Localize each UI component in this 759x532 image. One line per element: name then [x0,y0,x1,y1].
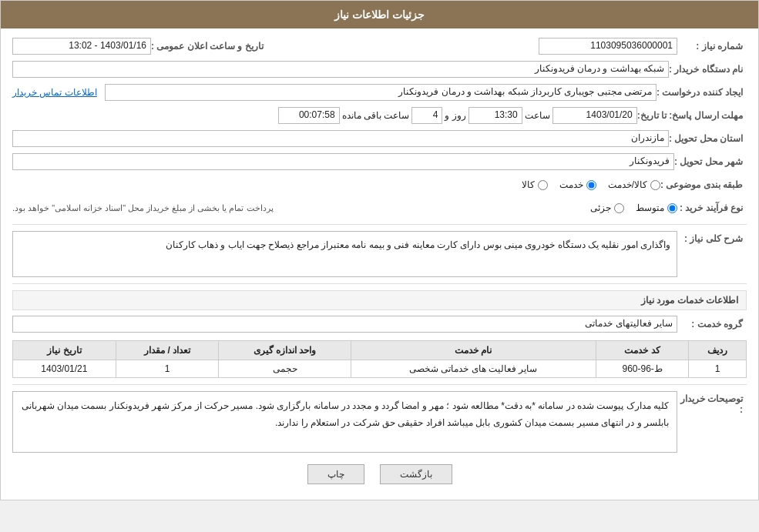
radio-kala-khadamat-input[interactable] [650,180,660,190]
tabaqe-label: طبقه بندی موضوعی : [660,179,747,190]
col-tarikh: تاریخ نیاز [13,341,116,360]
ostan-value: مازندران [12,130,669,147]
row-tabaqe: طبقه بندی موضوعی : کالا/خدمت خدمت کالا [12,175,747,195]
roz-label: روز و [442,110,468,121]
radio-jozii: جزئی [590,202,624,213]
table-row: 1ط-96-960سایر فعالیت های خدماتی شخصیحجمی… [13,360,747,378]
page-header: جزئیات اطلاعات نیاز [1,1,758,28]
shomare-label: شماره نیاز : [677,41,747,52]
services-table-container: ردیف کد خدمت نام خدمت واحد اندازه گیری ت… [12,340,747,378]
buttons-row: بازگشت چاپ [12,464,747,484]
cell-nam: سایر فعالیت های خدماتی شخصی [351,360,596,378]
namdastgah-label: نام دستگاه خریدار : [669,64,747,75]
radio-kala: کالا [522,179,548,190]
radio-motavasset-input[interactable] [667,203,677,213]
radio-khadamat-label: خدمت [559,179,583,190]
mohlat-remain: 00:07:58 [278,107,340,124]
tarikh-public-value: 1403/01/16 - 13:02 [12,38,151,55]
back-button[interactable]: بازگشت [380,464,452,484]
print-button[interactable]: چاپ [307,464,364,484]
radio-kala-input[interactable] [538,180,548,190]
ijadkonande-label: ایجاد کننده درخواست : [657,87,747,98]
radio-jozii-input[interactable] [614,203,624,213]
page-title: جزئیات اطلاعات نیاز [334,8,425,21]
shahr-label: شهر محل تحویل : [674,156,747,167]
etelaat-link[interactable]: اطلاعات تماس خریدار [12,87,97,98]
row-mohlat: مهلت ارسال پاسخ: تا تاریخ: 1403/01/20 سا… [12,105,747,125]
tabaqe-radio-group: کالا/خدمت خدمت کالا [12,179,660,190]
radio-kala-khadamat-label: کالا/خدمت [608,179,647,190]
divider-2 [12,283,747,284]
mohlat-date: 1403/01/20 [552,107,637,124]
row-tosih: توصیحات خریدار : کلیه مدارک پیوست شده در… [12,391,747,453]
main-content: شماره نیاز : 1103095036000001 تاریخ و سا… [1,28,758,500]
saat-label: ساعت [522,110,552,121]
col-radif: ردیف [689,341,747,360]
col-nam: نام خدمت [351,341,596,360]
row-shahr: شهر محل تحویل : فریدونکنار [12,152,747,172]
page-wrapper: جزئیات اطلاعات نیاز شماره نیاز : 1103095… [0,0,759,500]
namdastgah-value: شبکه بهداشت و درمان فریدونکنار [12,61,669,78]
goroh-label: گروه خدمت : [677,319,747,330]
divider-3 [12,384,747,385]
saat-baghi-label: ساعت باقی مانده [340,110,412,121]
table-header-row: ردیف کد خدمت نام خدمت واحد اندازه گیری ت… [13,341,747,360]
col-kod: کد خدمت [596,341,688,360]
divider-1 [12,224,747,225]
services-table: ردیف کد خدمت نام خدمت واحد اندازه گیری ت… [12,340,747,378]
row-sharh: شرح کلی نیاز : واگذاری امور نقلیه یک دست… [12,231,747,277]
noefar-label: نوع فرآیند خرید : [677,202,747,213]
col-vahed: واحد اندازه گیری [219,341,351,360]
tosih-label: توصیحات خریدار : [677,393,747,415]
tarikh-public-label: تاریخ و ساعت اعلان عمومی : [151,41,267,52]
ostan-label: استان محل تحویل : [669,133,747,144]
goroh-value: سایر فعالیتهای خدماتی [12,316,677,333]
radio-motavasset: متوسط [636,202,677,213]
shahr-value: فریدونکنار [12,153,674,170]
cell-radif: 1 [689,360,747,378]
row-ostan: استان محل تحویل : مازندران [12,129,747,149]
mohlat-label: مهلت ارسال پاسخ: تا تاریخ: [637,110,747,121]
row-namdastgah: نام دستگاه خریدار : شبکه بهداشت و درمان … [12,59,747,79]
mohlat-time: 13:30 [468,107,522,124]
cell-tedad: 1 [116,360,219,378]
row-noe-farayand: نوع فرآیند خرید : متوسط جزئی پرداخت تمام… [12,198,747,218]
cell-tarikh: 1403/01/21 [13,360,116,378]
radio-jozii-label: جزئی [590,202,611,213]
mohlat-days: 4 [411,107,442,124]
khadamat-section-title: اطلاعات خدمات مورد نیاز [12,290,747,310]
shomare-value: 1103095036000001 [539,38,677,55]
sharh-value: واگذاری امور نقلیه یک دستگاه خودروی مینی… [12,231,677,277]
radio-kala-khadamat: کالا/خدمت [608,179,660,190]
row-goroh: گروه خدمت : سایر فعالیتهای خدماتی [12,314,747,334]
farayand-note: پرداخت تمام یا بخشی از مبلغ خریداز محل "… [12,203,274,213]
farayand-radio-group: متوسط جزئی [281,202,677,213]
ijadkonande-value: مرتضی مجتبی جویباری کاربرداز شبکه بهداشت… [105,84,657,101]
sharh-label: شرح کلی نیاز : [677,233,747,244]
radio-khadamat-input[interactable] [586,180,596,190]
tosih-value: کلیه مدارک پیوست شده در سامانه *به دقت* … [12,391,677,453]
radio-motavasset-label: متوسط [636,202,664,213]
radio-kala-label: کالا [522,179,535,190]
col-tedad: تعداد / مقدار [116,341,219,360]
radio-khadamat: خدمت [559,179,596,190]
cell-kod: ط-96-960 [596,360,688,378]
cell-vahed: حجمی [219,360,351,378]
row-ijadkonande: ایجاد کننده درخواست : مرتضی مجتبی جویبار… [12,82,747,102]
row-shomare: شماره نیاز : 1103095036000001 تاریخ و سا… [12,36,747,56]
